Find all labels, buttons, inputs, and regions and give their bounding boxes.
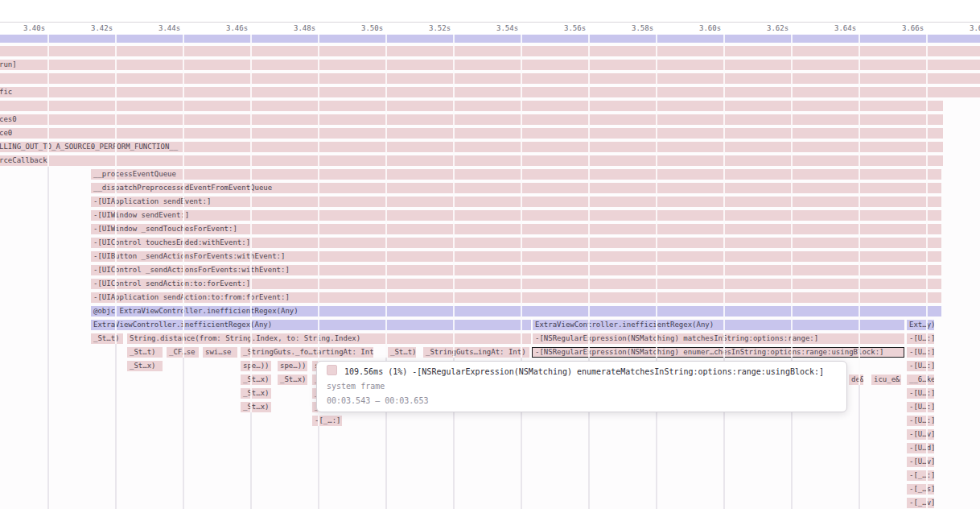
flame-row: -[UIControl sendAction:to:forEvent:] <box>0 279 980 289</box>
stack-frame[interactable]: -[U…v] <box>907 429 934 440</box>
flame-row: -[UIControl _sendActionsForEvents:withEv… <box>0 265 980 275</box>
stack-frame[interactable]: icu_e&) <box>871 375 901 385</box>
stack-frame[interactable]: swi…se <box>203 347 237 358</box>
stack-frame[interactable]: String.distance(from: String.Index, to: … <box>127 333 531 344</box>
flame-row: _St…t)_CF…seswi…se_StringGuts._fo…tartin… <box>0 347 980 358</box>
stack-frame[interactable]: _St…x) <box>127 361 163 371</box>
flame-row: run] <box>0 60 980 70</box>
stack-frame[interactable]: -[U…d] <box>907 443 934 453</box>
time-tick-label: 3.54s <box>496 23 517 34</box>
stack-frame[interactable]: fic <box>0 87 980 97</box>
stack-frame[interactable]: -[UIApplication sendAction:to:from:forEv… <box>91 292 941 303</box>
stack-frame[interactable]: spe…)) <box>278 361 307 371</box>
stack-frame[interactable]: _St…t) <box>91 333 123 344</box>
stack-frame[interactable]: -[U…v] <box>907 457 934 467</box>
stack-frame[interactable]: -[UIWindow _sendTouchesForEvent:] <box>91 224 941 234</box>
stack-frame[interactable]: _St…x) <box>241 375 271 385</box>
flame-row: -[U…v] <box>0 457 980 467</box>
time-tick-label: 3.40s <box>23 23 44 34</box>
stack-frame[interactable] <box>0 101 943 111</box>
stack-frame[interactable]: -[UIApplication sendEvent:] <box>91 197 941 207</box>
time-ruler[interactable]: 3.40s3.42s3.44s3.46s3.48s3.50s3.52s3.54s… <box>0 23 980 35</box>
stack-frame[interactable]: -[UIButton _sendActionsForEvents:withEve… <box>91 251 941 262</box>
time-tick-label: 3.60s <box>699 23 720 34</box>
flame-row: ExtraViewController.inefficientRegex(Any… <box>0 320 980 330</box>
flame-row <box>0 46 980 56</box>
flame-row <box>0 73 980 84</box>
stack-frame[interactable]: Ext…y) <box>907 320 934 330</box>
time-tick-label: 3.42s <box>91 23 112 34</box>
stack-frame[interactable]: -[_…:] <box>312 416 342 426</box>
flame-row: -[_…v] <box>0 498 980 508</box>
time-tick-label: 3.64s <box>834 23 855 34</box>
stack-frame[interactable]: -[UIControl touchesEnded:withEvent:] <box>91 238 941 248</box>
stack-frame[interactable]: -[_…:] <box>907 470 934 481</box>
stack-frame[interactable]: run] <box>0 60 980 70</box>
stack-frame[interactable]: _St…t) <box>127 347 163 358</box>
flame-row: -[UIControl touchesEnded:withEvent:] <box>0 238 980 248</box>
gridline-frame-gap <box>723 35 725 358</box>
gridline-frame-gap <box>115 35 117 344</box>
gridline-frame-gap <box>588 35 590 358</box>
gridline-frame-gap <box>656 35 657 358</box>
stack-frame[interactable]: de&) <box>849 375 863 385</box>
stack-frame[interactable]: ces0 <box>0 114 943 125</box>
stack-frame[interactable]: rceCallback <box>0 155 943 166</box>
flame-row: @objc ExtraViewController.inefficientReg… <box>0 306 980 317</box>
stack-frame[interactable]: __dispatchPreprocessedEventFromEventQueu… <box>91 183 941 193</box>
flame-graph-area: run]ficces0ce0LLING_OUT_TO_A_SOURCE0_PER… <box>0 35 980 509</box>
gridline-frame-gap <box>859 35 860 385</box>
stack-frame[interactable]: -[UIWindow sendEvent:] <box>91 210 941 221</box>
gridline-frame-gap <box>926 35 928 509</box>
stack-frame[interactable] <box>0 73 980 84</box>
stack-frame[interactable]: -[UIControl sendAction:to:forEvent:] <box>91 279 941 289</box>
stack-frame[interactable]: -[UIControl _sendActionsForEvents:withEv… <box>91 265 941 275</box>
flame-row: ce0 <box>0 128 980 139</box>
stack-frame[interactable]: __6…ke <box>907 375 934 385</box>
flame-row: -[UIApplication sendAction:to:from:forEv… <box>0 292 980 303</box>
stack-frame[interactable]: -[_…s] <box>907 484 934 495</box>
tooltip-time-range: 00:03.543 — 00:03.653 <box>327 394 837 408</box>
tooltip-frame-kind: system frame <box>327 379 837 394</box>
stack-frame[interactable]: -[_…v] <box>907 498 934 508</box>
stack-frame[interactable]: _St…x) <box>241 402 271 412</box>
stack-frame[interactable]: _StringGuts…ingAt: Int) <box>423 347 529 358</box>
stack-frame[interactable]: -[U…:] <box>907 361 934 371</box>
stack-frame[interactable]: -[U…:] <box>907 402 934 412</box>
stack-frame[interactable]: -[U…:] <box>907 347 934 358</box>
flame-row: _St…t)String.distance(from: String.Index… <box>0 333 980 344</box>
frame-tooltip: 109.56ms (1%) -[NSRegularExpression(NSMa… <box>316 361 847 412</box>
gridline-frame-gap <box>47 35 49 167</box>
stack-frame[interactable]: -[U…:] <box>907 388 934 399</box>
stack-frame[interactable]: spe…)) <box>241 361 271 371</box>
time-tick-label: 3.58s <box>632 23 653 34</box>
stack-frame[interactable]: LLING_OUT_TO_A_SOURCE0_PERFORM_FUNCTION_… <box>0 142 943 152</box>
time-tick-label: 3.50s <box>361 23 382 34</box>
frame-color-swatch-icon <box>327 365 337 375</box>
stack-frame[interactable]: @objc ExtraViewController.inefficientReg… <box>91 306 941 317</box>
track-header-strip <box>0 0 980 23</box>
time-tick-label: 3.48s <box>294 23 315 34</box>
stack-frame[interactable]: __processEventQueue <box>91 169 941 180</box>
time-tick-label: 3.68s <box>970 23 980 34</box>
flame-row: rceCallback <box>0 155 980 166</box>
flame-row: __dispatchPreprocessedEventFromEventQueu… <box>0 183 980 193</box>
gridline-frame-gap <box>250 35 252 412</box>
flame-row: -[UIWindow _sendTouchesForEvent:] <box>0 224 980 234</box>
time-tick-label: 3.52s <box>429 23 450 34</box>
stack-frame[interactable]: _St…x) <box>241 388 271 399</box>
stack-frame[interactable] <box>0 46 980 56</box>
stack-frame[interactable]: _St…t) <box>388 347 416 358</box>
stack-frame[interactable]: ce0 <box>0 128 943 139</box>
stack-frame[interactable]: -[U…:] <box>907 333 934 344</box>
stack-frame[interactable] <box>0 35 980 43</box>
tooltip-symbol: -[NSRegularExpression(NSMatching) enumer… <box>412 367 824 376</box>
time-tick-label: 3.62s <box>767 23 788 34</box>
flame-row: -[U…d] <box>0 443 980 453</box>
stack-frame[interactable]: ExtraViewController.inefficientRegex(Any… <box>91 320 531 330</box>
stack-frame[interactable]: _St…x) <box>278 375 307 385</box>
time-tick-label: 3.56s <box>564 23 585 34</box>
stack-frame[interactable]: _StringGuts._fo…tartingAt: Int) <box>241 347 373 358</box>
stack-frame[interactable]: -[U…:] <box>907 416 934 426</box>
gridline-frame-gap <box>453 35 455 358</box>
